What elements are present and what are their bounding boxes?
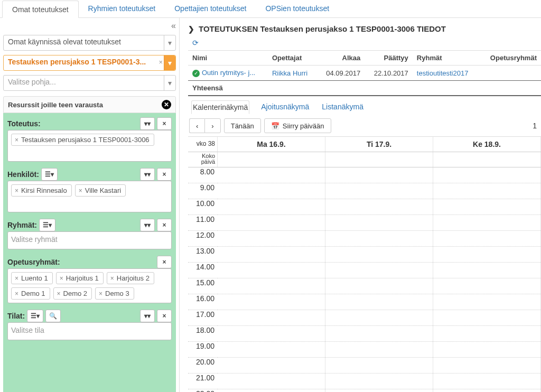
th-ryhmat[interactable]: Ryhmät — [413, 51, 480, 66]
tag-opetusryhma[interactable]: ×Demo 1 — [11, 287, 50, 300]
th-opettajat[interactable]: Opettajat — [268, 51, 317, 66]
henkilot-filter-button[interactable]: ▾▾ — [140, 168, 155, 181]
select-current-impl[interactable]: Testauksen perusjakso 1 TESP0001-3... × … — [3, 55, 176, 71]
calendar-slot[interactable] — [433, 199, 540, 215]
caret-down-icon[interactable]: ▾ — [164, 35, 175, 50]
calendar-slot[interactable] — [433, 326, 540, 342]
cell-ryhmat[interactable]: testioutitesti2017 — [413, 66, 480, 81]
calendar-slot[interactable] — [325, 167, 433, 183]
tag-remove-icon[interactable]: × — [57, 290, 61, 297]
tag-remove-icon[interactable]: × — [99, 290, 102, 297]
tag-remove-icon[interactable]: × — [15, 275, 18, 282]
toteutus-clear-button[interactable]: × — [157, 117, 172, 130]
calendar-slot[interactable] — [218, 358, 325, 374]
calendar-slot[interactable] — [218, 167, 325, 183]
allday-cell[interactable] — [433, 152, 541, 167]
calendar-slot[interactable] — [325, 231, 433, 247]
tag-remove-icon[interactable]: × — [15, 187, 18, 194]
expand-icon[interactable]: ❯ — [188, 25, 194, 33]
calendar-slot[interactable] — [325, 247, 433, 263]
calendar-slot[interactable] — [218, 389, 325, 392]
ryhmat-clear-button[interactable]: × — [157, 219, 172, 231]
goto-day-button[interactable]: 📅 Siirry päivään — [264, 118, 331, 133]
calendar-slot[interactable] — [433, 167, 540, 183]
tag-remove-icon[interactable]: × — [15, 290, 18, 297]
tilat-list-button[interactable]: ☰▾ — [27, 310, 43, 322]
calendar-slot[interactable] — [433, 342, 540, 358]
tilat-input[interactable]: Valitse tila — [7, 322, 172, 340]
allday-cell[interactable] — [218, 152, 325, 167]
tag-remove-icon[interactable]: × — [60, 275, 63, 282]
calendar-slot[interactable] — [218, 294, 325, 310]
day-header[interactable]: Ti 17.9. — [325, 137, 433, 152]
ryhmat-list-button[interactable]: ☰▾ — [39, 219, 55, 231]
tag-remove-icon[interactable]: × — [79, 187, 82, 194]
clear-current-impl-icon[interactable]: × — [158, 58, 163, 66]
calendar-slot[interactable] — [325, 374, 433, 389]
tab-group-impl[interactable]: Ryhmien toteutukset — [79, 0, 165, 17]
tab-own-impl[interactable]: Omat toteutukset — [2, 1, 79, 18]
tab-teacher-impl[interactable]: Opettajien toteutukset — [165, 0, 256, 17]
calendar-slot[interactable] — [218, 199, 325, 215]
calendar-slot[interactable] — [433, 231, 540, 247]
table-row[interactable]: ✓Outin rytmitys- j... Riikka Hurri 04.09… — [188, 66, 541, 81]
calendar-slot[interactable] — [325, 215, 433, 231]
calendar-slot[interactable] — [218, 263, 325, 278]
toteutus-filter-button[interactable]: ▾▾ — [140, 117, 155, 130]
calendar-slot[interactable] — [325, 183, 433, 199]
henkilot-clear-button[interactable]: × — [157, 168, 172, 181]
calendar-slot[interactable] — [218, 215, 325, 231]
tag-opetusryhma[interactable]: ×Demo 2 — [53, 287, 92, 300]
calendar-slot[interactable] — [433, 358, 540, 374]
opetusryhmat-well[interactable]: ×Luento 1×Harjoitus 1×Harjoitus 2×Demo 1… — [7, 268, 172, 303]
henkilot-well[interactable]: ×Kirsi Rinnesalo ×Ville Kastari — [7, 181, 172, 212]
ryhmat-input[interactable]: Valitse ryhmät — [7, 231, 172, 249]
tab-ops-impl[interactable]: OPSien toteutukset — [256, 0, 339, 17]
select-template[interactable]: Valitse pohja... ▾ — [3, 75, 176, 91]
th-nimi[interactable]: Nimi — [188, 51, 268, 66]
calendar-slot[interactable] — [325, 263, 433, 278]
day-column[interactable] — [433, 167, 541, 392]
collapse-sidebar-icon[interactable]: « — [171, 21, 176, 31]
calendar-slot[interactable] — [218, 342, 325, 358]
tilat-clear-button[interactable]: × — [157, 310, 172, 322]
tag-remove-icon[interactable]: × — [15, 136, 18, 144]
calendar-slot[interactable] — [325, 199, 433, 215]
tag-opetusryhma[interactable]: ×Harjoitus 2 — [107, 272, 154, 284]
calendar-slot[interactable] — [433, 247, 540, 263]
henkilot-list-button[interactable]: ☰▾ — [41, 168, 58, 181]
day-column[interactable] — [325, 167, 433, 392]
opetusryhmat-clear-button[interactable]: × — [157, 256, 172, 268]
calendar-slot[interactable] — [433, 310, 540, 326]
calendar-slot[interactable] — [433, 263, 540, 278]
day-column[interactable] — [218, 167, 325, 392]
th-alkaa[interactable]: Alkaa — [317, 51, 365, 66]
calendar-slot[interactable] — [218, 183, 325, 199]
day-header[interactable]: Ma 16.9. — [218, 137, 325, 152]
cell-opettajat[interactable]: Riikka Hurri — [268, 66, 317, 81]
tilat-search-button[interactable]: 🔍 — [45, 310, 61, 322]
calendar-slot[interactable] — [325, 278, 433, 294]
calendar-slot[interactable] — [433, 278, 540, 294]
calendar-slot[interactable] — [433, 183, 540, 199]
calendar-slot[interactable] — [433, 389, 540, 392]
calendar-slot[interactable] — [325, 326, 433, 342]
tab-calendar-view[interactable]: Kalenterinäkymä — [191, 100, 249, 114]
calendar-slot[interactable] — [325, 342, 433, 358]
calendar-slot[interactable] — [218, 231, 325, 247]
calendar-slot[interactable] — [218, 278, 325, 294]
th-paattyy[interactable]: Päättyy — [365, 51, 413, 66]
calendar-slot[interactable] — [433, 374, 540, 389]
tab-list-view[interactable]: Listanäkymä — [321, 100, 365, 114]
tag-opetusryhma[interactable]: ×Demo 3 — [95, 287, 134, 300]
th-opetusryhmat[interactable]: Opetusryhmät — [480, 51, 541, 66]
caret-down-icon[interactable]: ▾ — [164, 55, 175, 70]
close-resources-icon[interactable]: ✕ — [162, 100, 171, 109]
select-running-impl[interactable]: Omat käynnissä olevat toteutukset ▾ — [3, 35, 176, 51]
calendar-slot[interactable] — [433, 215, 540, 231]
tag-opetusryhma[interactable]: ×Harjoitus 1 — [56, 272, 104, 284]
calendar-slot[interactable] — [218, 310, 325, 326]
tag-toteutus[interactable]: × Testauksen perusjakso 1 TESP0001-3006 — [11, 134, 154, 146]
today-button[interactable]: Tänään — [224, 118, 261, 133]
tag-remove-icon[interactable]: × — [110, 275, 114, 282]
